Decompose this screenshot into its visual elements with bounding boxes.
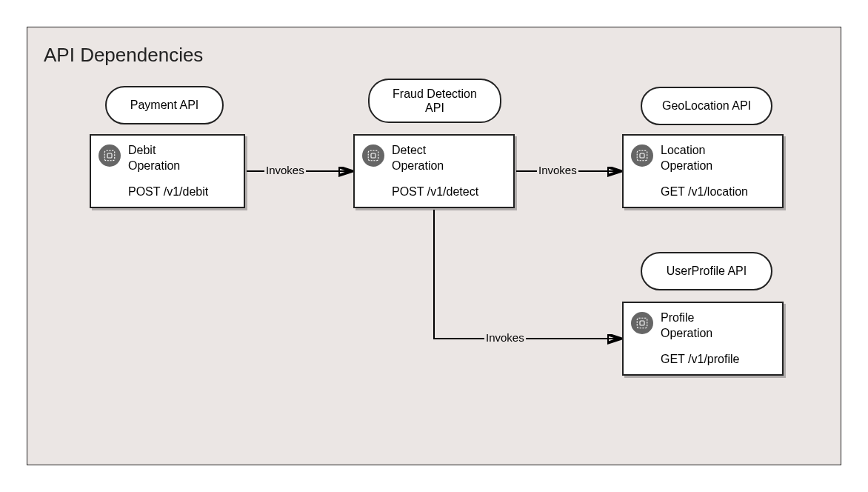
api-pill-payment: Payment API — [105, 86, 224, 124]
operation-icon — [631, 144, 653, 167]
svg-rect-6 — [637, 318, 647, 328]
api-pill-geo: GeoLocation API — [641, 87, 772, 125]
svg-rect-3 — [371, 153, 375, 158]
edge-label-invokes-3: Invokes — [484, 331, 526, 344]
operation-name-line2: Operation — [661, 327, 712, 339]
operation-box-debit: Debit Operation POST /v1/debit — [90, 134, 245, 208]
svg-rect-2 — [368, 150, 378, 161]
api-pill-userprofile: UserProfile API — [641, 252, 772, 290]
operation-method-path: POST /v1/detect — [392, 184, 478, 200]
diagram-container: API Dependencies Payment API Fraud Detec… — [27, 27, 841, 465]
operation-name-line1: Location — [661, 144, 706, 156]
operation-icon — [631, 312, 653, 334]
operation-box-detect: Detect Operation POST /v1/detect — [353, 134, 515, 208]
operation-name-line1: Profile — [661, 311, 694, 324]
edge-label-invokes-1: Invokes — [264, 164, 306, 176]
operation-method-path: GET /v1/location — [661, 184, 748, 200]
operation-method-path: POST /v1/debit — [128, 184, 208, 200]
api-pill-label: UserProfile API — [667, 264, 747, 278]
operation-name-line2: Operation — [661, 159, 712, 172]
operation-box-profile: Profile Operation GET /v1/profile — [622, 302, 784, 376]
operation-name-line2: Operation — [392, 159, 444, 172]
api-pill-fraud: Fraud Detection API — [368, 79, 501, 123]
operation-name-line1: Debit — [128, 144, 156, 156]
svg-rect-5 — [640, 153, 644, 158]
svg-rect-7 — [640, 321, 644, 325]
svg-rect-0 — [104, 150, 115, 161]
operation-box-location: Location Operation GET /v1/location — [622, 134, 784, 208]
api-pill-label: GeoLocation API — [662, 99, 751, 113]
svg-rect-4 — [637, 150, 647, 161]
api-pill-label: Fraud Detection API — [383, 87, 487, 115]
operation-name-line2: Operation — [128, 159, 180, 172]
operation-name-line1: Detect — [392, 144, 426, 156]
diagram-title: API Dependencies — [44, 44, 203, 67]
operation-icon — [362, 144, 384, 167]
operation-icon — [99, 144, 121, 167]
operation-method-path: GET /v1/profile — [661, 352, 739, 368]
svg-rect-1 — [107, 153, 112, 158]
api-pill-label: Payment API — [130, 98, 199, 112]
edge-label-invokes-2: Invokes — [537, 164, 578, 176]
